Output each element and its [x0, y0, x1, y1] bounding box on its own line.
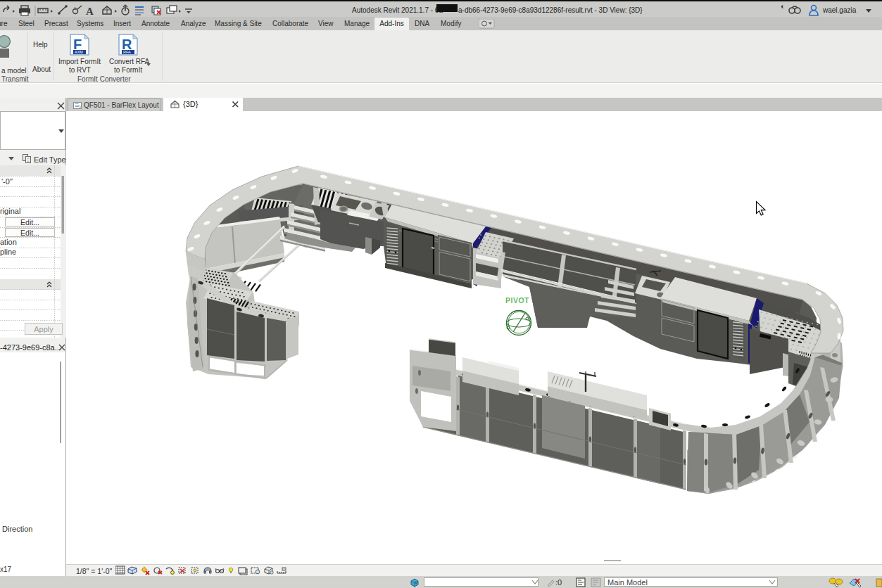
svg-text:A: A [86, 6, 94, 17]
svg-text:AXM: AXM [75, 50, 83, 54]
svg-text:1: 1 [74, 6, 77, 11]
svg-text:RFA: RFA [123, 50, 131, 54]
